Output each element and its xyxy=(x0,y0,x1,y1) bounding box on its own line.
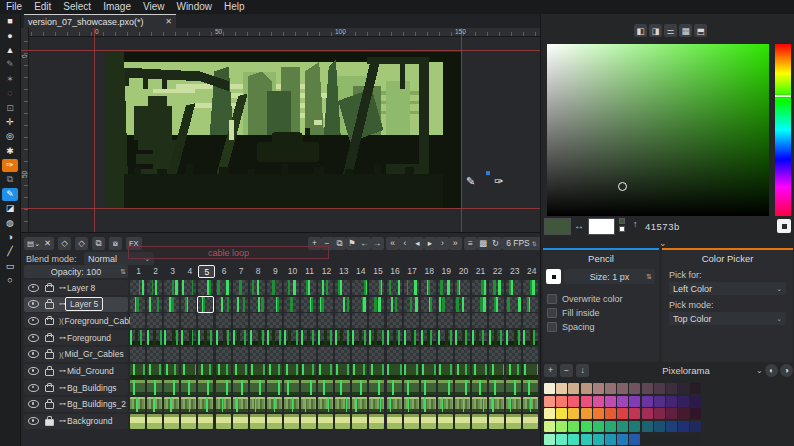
menu-view[interactable]: View xyxy=(137,0,171,14)
hue-cursor[interactable] xyxy=(775,95,791,97)
timeline-settings-button[interactable]: ≡ xyxy=(464,237,477,250)
cel-foreground-frame-11[interactable] xyxy=(301,330,316,345)
cel-foreground-cables-frame-13[interactable] xyxy=(335,313,350,328)
lock-icon[interactable] xyxy=(45,352,54,359)
layer-label-background[interactable]: ⊶Background xyxy=(24,414,128,429)
first-frame-button[interactable]: « xyxy=(386,237,399,250)
cel-mid-gr-cables-frame-22[interactable] xyxy=(489,347,504,362)
cel-bg-buildings-2-frame-3[interactable] xyxy=(164,397,179,412)
cel-foreground-cables-frame-5[interactable] xyxy=(198,313,213,328)
hue-slider[interactable] xyxy=(775,44,791,216)
lock-icon[interactable] xyxy=(45,419,54,426)
palette-color-#f09a33[interactable] xyxy=(581,408,592,419)
visibility-eye-icon[interactable] xyxy=(28,334,39,342)
layer-label-foreground-cables[interactable]: ) (Foreground_Cables xyxy=(24,313,128,328)
palette-color-#dc4040[interactable] xyxy=(617,408,628,419)
cel-bg-buildings-2-frame-19[interactable] xyxy=(438,397,453,412)
palette-color-empty[interactable] xyxy=(654,434,665,445)
cel-mid-ground-frame-11[interactable] xyxy=(301,364,316,379)
palette-color-#f6f2a5[interactable] xyxy=(544,408,555,419)
menu-select[interactable]: Select xyxy=(57,0,97,14)
cel-foreground-frame-12[interactable] xyxy=(318,330,333,345)
cel-mid-gr-cables-frame-24[interactable] xyxy=(523,347,538,362)
cel-bg-buildings-2-frame-11[interactable] xyxy=(301,397,316,412)
cel-bg-buildings-2-frame-9[interactable] xyxy=(267,397,282,412)
palette-color-#261d29[interactable] xyxy=(690,383,701,394)
cel-foreground-frame-10[interactable] xyxy=(284,330,299,345)
palette-color-empty[interactable] xyxy=(642,434,653,445)
cel-layer 5-frame-4[interactable] xyxy=(181,297,196,312)
palette-color-#1c6270[interactable] xyxy=(642,421,653,432)
hex-color-value[interactable]: 41573b xyxy=(645,221,680,232)
cel-mid-ground-frame-17[interactable] xyxy=(404,364,419,379)
cel-mid-gr-cables-frame-9[interactable] xyxy=(267,347,282,362)
menu-help[interactable]: Help xyxy=(218,0,251,14)
cel-foreground-cables-frame-18[interactable] xyxy=(421,313,436,328)
cel-mid-ground-frame-8[interactable] xyxy=(250,364,265,379)
cel-bg-buildings-frame-11[interactable] xyxy=(301,380,316,395)
color-select-tool[interactable]: ✎ xyxy=(2,58,18,71)
palette-color-#6ae257[interactable] xyxy=(568,421,579,432)
frame-number-3[interactable]: 3 xyxy=(164,265,181,278)
cel-layer 5-frame-15[interactable] xyxy=(369,297,384,312)
cel-layer 5-frame-16[interactable] xyxy=(387,297,402,312)
cel-mid-gr-cables-frame-14[interactable] xyxy=(352,347,367,362)
palette-edit-icon[interactable]: ◑ xyxy=(780,364,793,377)
menu-edit[interactable]: Edit xyxy=(28,0,57,14)
remove-palette-color-button[interactable]: − xyxy=(560,364,573,377)
shading-tool[interactable]: ◑ xyxy=(2,231,18,244)
cel-bg-buildings-2-frame-14[interactable] xyxy=(352,397,367,412)
cel-bg-buildings-frame-14[interactable] xyxy=(352,380,367,395)
cel-foreground-cables-frame-15[interactable] xyxy=(369,313,384,328)
cel-layer 5-frame-1[interactable] xyxy=(130,297,145,312)
clone-frame-button[interactable]: ⧉ xyxy=(333,237,346,250)
fps-input[interactable]: 6 FPS ⇅ xyxy=(502,237,541,250)
cel-background-frame-8[interactable] xyxy=(250,414,265,429)
link-cels-icon[interactable]: ) ( xyxy=(59,317,63,324)
cel-bg-buildings-2-frame-13[interactable] xyxy=(335,397,350,412)
cel-mid-gr-cables-frame-7[interactable] xyxy=(233,347,248,362)
cel-background-frame-24[interactable] xyxy=(523,414,538,429)
cel-layer 8-frame-20[interactable] xyxy=(455,280,470,295)
dither-icon[interactable]: ▦ xyxy=(679,24,692,37)
dynamics-icon[interactable]: ⬒ xyxy=(694,24,707,37)
tag-frame-button[interactable]: ⚑ xyxy=(346,237,359,250)
cel-mid-gr-cables-frame-2[interactable] xyxy=(147,347,162,362)
cel-bg-buildings-2-frame-16[interactable] xyxy=(387,397,402,412)
menu-image[interactable]: Image xyxy=(97,0,137,14)
frame-number-15[interactable]: 15 xyxy=(369,265,386,278)
cel-mid-gr-cables-frame-18[interactable] xyxy=(421,347,436,362)
cel-background-frame-2[interactable] xyxy=(147,414,162,429)
cel-layer 8-frame-11[interactable] xyxy=(301,280,316,295)
palette-color-#601f3e[interactable] xyxy=(666,408,677,419)
link-cels-icon[interactable]: ⊶ xyxy=(59,384,65,392)
palette-color-#f79383[interactable] xyxy=(544,396,555,407)
palette-color-#816269[interactable] xyxy=(617,383,628,394)
cel-layer 5-frame-13[interactable] xyxy=(335,297,350,312)
frame-number-19[interactable]: 19 xyxy=(438,265,455,278)
cel-layer 8-frame-14[interactable] xyxy=(352,280,367,295)
palette-color-#239077[interactable] xyxy=(617,421,628,432)
cel-mid-gr-cables-frame-3[interactable] xyxy=(164,347,179,362)
cel-bg-buildings-frame-16[interactable] xyxy=(387,380,402,395)
menu-window[interactable]: Window xyxy=(170,0,218,14)
move-frame-right-button[interactable]: → xyxy=(371,237,384,250)
cel-foreground-cables-frame-12[interactable] xyxy=(318,313,333,328)
move-layer-down-button[interactable]: ◇ xyxy=(75,237,88,250)
cel-foreground-frame-13[interactable] xyxy=(335,330,350,345)
cel-layer 8-frame-3[interactable] xyxy=(164,280,179,295)
frame-number-12[interactable]: 12 xyxy=(318,265,335,278)
cel-foreground-frame-5[interactable] xyxy=(198,330,213,345)
checkbox-icon[interactable] xyxy=(547,294,557,304)
cel-mid-ground-frame-10[interactable] xyxy=(284,364,299,379)
palette-color-#f25c6c[interactable] xyxy=(568,396,579,407)
cel-mid-ground-frame-3[interactable] xyxy=(164,364,179,379)
cel-bg-buildings-2-frame-10[interactable] xyxy=(284,397,299,412)
palette-color-#92f2c3[interactable] xyxy=(544,434,555,445)
cel-bg-buildings-frame-9[interactable] xyxy=(267,380,282,395)
link-cels-icon[interactable]: ⊶ xyxy=(59,334,65,342)
cel-layer 8-frame-1[interactable] xyxy=(130,280,145,295)
cel-foreground-frame-8[interactable] xyxy=(250,330,265,345)
cel-mid-gr-cables-frame-16[interactable] xyxy=(387,347,402,362)
fps-spinner[interactable]: ⇅ xyxy=(532,241,537,247)
